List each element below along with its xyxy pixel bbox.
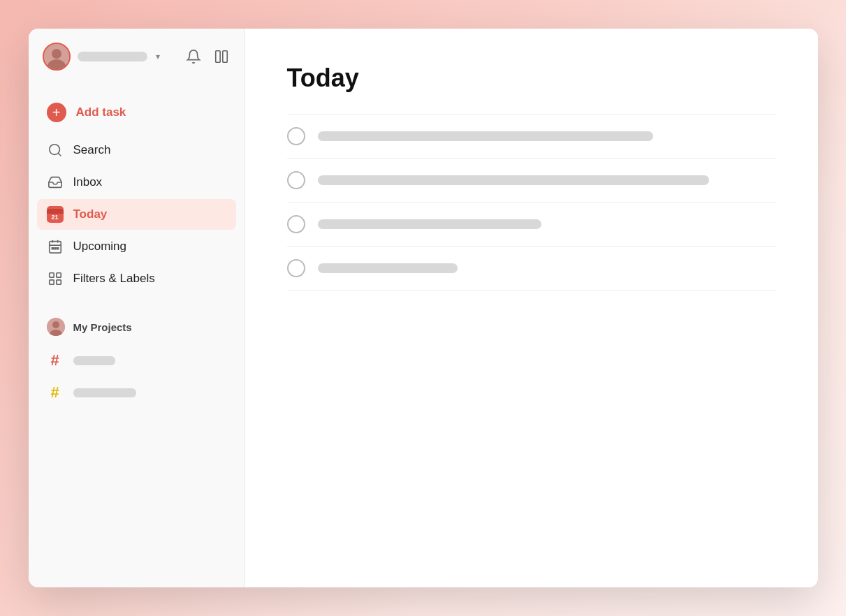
sidebar-item-inbox[interactable]: Inbox: [37, 167, 236, 198]
task-checkbox-4[interactable]: [287, 259, 305, 277]
main-content: Today: [245, 29, 818, 587]
sidebar-item-upcoming[interactable]: Upcoming: [37, 231, 236, 262]
sidebar-item-search-label: Search: [73, 143, 111, 157]
project-name-1: [73, 356, 115, 365]
sidebar-item-filters-label: Filters & Labels: [73, 272, 155, 286]
app-window: ▾ + Add: [29, 29, 818, 587]
svg-rect-16: [49, 280, 53, 284]
task-checkbox-2[interactable]: [287, 171, 305, 189]
sidebar-item-upcoming-label: Upcoming: [73, 240, 127, 254]
task-checkbox-1[interactable]: [287, 127, 305, 145]
project-hash-red: #: [47, 351, 64, 369]
project-item-2[interactable]: #: [37, 376, 236, 409]
user-name-placeholder: [78, 52, 147, 61]
task-item: [287, 203, 776, 247]
projects-section: My Projects # #: [29, 305, 245, 409]
sidebar-item-today[interactable]: 21 Today: [37, 199, 236, 230]
chevron-down-icon[interactable]: ▾: [156, 52, 160, 61]
svg-rect-15: [56, 273, 60, 277]
sidebar-item-today-label: Today: [73, 207, 108, 221]
add-task-label: Add task: [76, 105, 126, 119]
svg-point-1: [52, 49, 61, 59]
svg-rect-14: [49, 273, 53, 277]
avatar[interactable]: [43, 43, 71, 71]
task-item: [287, 115, 776, 159]
sidebar-header: ▾: [29, 29, 245, 85]
task-item: [287, 247, 776, 291]
header-icons: [184, 47, 231, 66]
sidebar-nav: + Add task Search: [29, 85, 245, 305]
projects-avatar: [47, 318, 65, 336]
projects-header: My Projects: [37, 312, 236, 342]
svg-rect-12: [54, 248, 56, 249]
svg-point-5: [49, 145, 59, 155]
svg-rect-13: [57, 248, 58, 249]
layout-button[interactable]: [212, 47, 231, 66]
sidebar-item-search[interactable]: Search: [37, 135, 236, 166]
sidebar: ▾ + Add: [29, 29, 245, 587]
projects-label: My Projects: [73, 321, 132, 333]
inbox-icon: [47, 174, 64, 191]
add-task-item[interactable]: + Add task: [37, 96, 236, 129]
task-list: [287, 115, 776, 291]
svg-rect-3: [215, 51, 219, 63]
filters-icon: [47, 270, 64, 287]
svg-rect-17: [56, 280, 60, 284]
sidebar-item-filters[interactable]: Filters & Labels: [37, 263, 236, 294]
task-item: [287, 159, 776, 203]
notifications-button[interactable]: [184, 47, 203, 66]
svg-point-19: [52, 321, 59, 328]
svg-rect-11: [52, 248, 53, 249]
search-icon: [47, 142, 64, 159]
svg-rect-7: [49, 242, 61, 254]
today-icon: 21: [47, 206, 64, 223]
upcoming-icon: [47, 238, 64, 255]
project-hash-yellow: #: [47, 383, 64, 402]
task-text-1: [318, 131, 653, 141]
task-text-3: [318, 219, 541, 229]
project-name-2: [73, 388, 136, 397]
sidebar-item-inbox-label: Inbox: [73, 175, 103, 189]
task-checkbox-3[interactable]: [287, 215, 305, 233]
page-title: Today: [287, 64, 776, 93]
svg-rect-4: [222, 51, 226, 63]
project-item-1[interactable]: #: [37, 344, 236, 376]
add-task-icon: +: [47, 103, 66, 122]
task-text-4: [318, 263, 458, 273]
svg-line-6: [58, 153, 61, 156]
task-text-2: [318, 175, 709, 185]
